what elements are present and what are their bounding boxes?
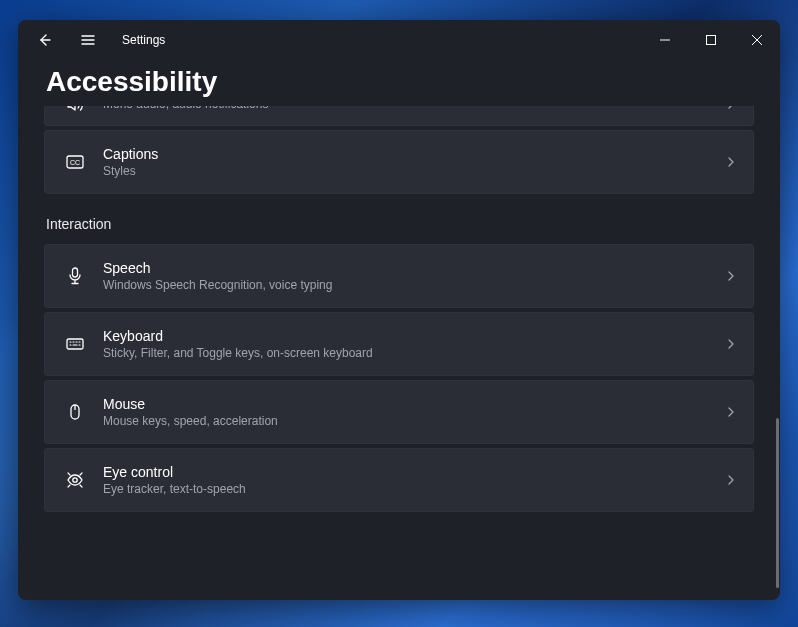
content-scroll[interactable]: Audio Mono audio, audio notifications CC… bbox=[18, 106, 780, 600]
page-header: Accessibility bbox=[18, 60, 780, 106]
card-subtitle: Eye tracker, text-to-speech bbox=[103, 482, 725, 498]
speaker-icon bbox=[61, 106, 89, 118]
card-title: Keyboard bbox=[103, 327, 725, 345]
svg-text:CC: CC bbox=[70, 159, 80, 166]
card-title: Speech bbox=[103, 259, 725, 277]
chevron-right-icon bbox=[725, 338, 737, 350]
card-subtitle: Windows Speech Recognition, voice typing bbox=[103, 278, 725, 294]
card-subtitle: Styles bbox=[103, 164, 725, 180]
chevron-right-icon bbox=[725, 106, 737, 110]
setting-card-audio[interactable]: Audio Mono audio, audio notifications bbox=[44, 106, 754, 126]
svg-rect-0 bbox=[707, 36, 716, 45]
setting-card-speech[interactable]: Speech Windows Speech Recognition, voice… bbox=[44, 244, 754, 308]
eye-control-icon bbox=[61, 466, 89, 494]
card-subtitle: Mono audio, audio notifications bbox=[103, 106, 725, 112]
card-title: Captions bbox=[103, 145, 725, 163]
back-button[interactable] bbox=[30, 26, 58, 54]
chevron-right-icon bbox=[725, 270, 737, 282]
mouse-icon bbox=[61, 398, 89, 426]
svg-rect-3 bbox=[73, 268, 78, 277]
chevron-right-icon bbox=[725, 474, 737, 486]
hamburger-icon bbox=[80, 32, 96, 48]
minimize-button[interactable] bbox=[642, 24, 688, 56]
captions-icon: CC bbox=[61, 148, 89, 176]
maximize-button[interactable] bbox=[688, 24, 734, 56]
microphone-icon bbox=[61, 262, 89, 290]
section-header-interaction: Interaction bbox=[46, 216, 754, 232]
chevron-right-icon bbox=[725, 406, 737, 418]
settings-window: Settings Accessibility Audio Mono audio, bbox=[18, 20, 780, 600]
close-button[interactable] bbox=[734, 24, 780, 56]
card-subtitle: Sticky, Filter, and Toggle keys, on-scre… bbox=[103, 346, 725, 362]
scrollbar-thumb[interactable] bbox=[776, 418, 779, 588]
card-title: Eye control bbox=[103, 463, 725, 481]
back-arrow-icon bbox=[36, 32, 52, 48]
svg-rect-4 bbox=[67, 339, 83, 349]
chevron-right-icon bbox=[725, 156, 737, 168]
page-title: Accessibility bbox=[46, 66, 752, 98]
svg-point-6 bbox=[73, 478, 77, 482]
setting-card-mouse[interactable]: Mouse Mouse keys, speed, acceleration bbox=[44, 380, 754, 444]
card-subtitle: Mouse keys, speed, acceleration bbox=[103, 414, 725, 430]
setting-card-captions[interactable]: CC Captions Styles bbox=[44, 130, 754, 194]
setting-card-keyboard[interactable]: Keyboard Sticky, Filter, and Toggle keys… bbox=[44, 312, 754, 376]
maximize-icon bbox=[706, 35, 716, 45]
nav-menu-button[interactable] bbox=[74, 26, 102, 54]
card-title: Mouse bbox=[103, 395, 725, 413]
setting-card-eye-control[interactable]: Eye control Eye tracker, text-to-speech bbox=[44, 448, 754, 512]
app-title: Settings bbox=[122, 33, 165, 47]
minimize-icon bbox=[660, 35, 670, 45]
titlebar: Settings bbox=[18, 20, 780, 60]
keyboard-icon bbox=[61, 330, 89, 358]
close-icon bbox=[752, 35, 762, 45]
